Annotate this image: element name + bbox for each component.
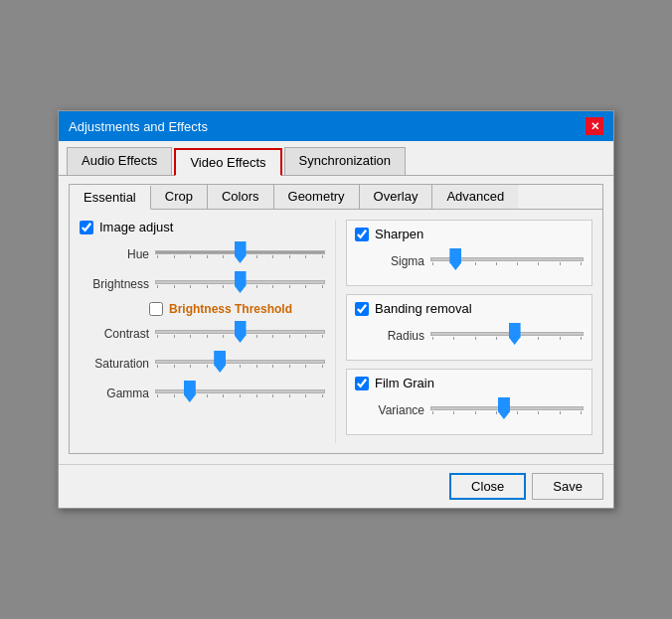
tab-video-effects[interactable]: Video Effects — [174, 148, 281, 176]
tick — [289, 335, 290, 338]
sigma-thumb[interactable] — [449, 248, 461, 270]
variance-track — [430, 406, 584, 410]
subtab-colors[interactable]: Colors — [208, 185, 274, 209]
tick — [305, 394, 306, 397]
tick — [538, 337, 539, 340]
hue-thumb[interactable] — [235, 241, 247, 263]
tick — [453, 337, 454, 340]
variance-thumb[interactable] — [498, 397, 510, 419]
tick — [174, 255, 175, 258]
image-adjust-header: Image adjust — [80, 220, 325, 234]
tick — [190, 335, 191, 338]
brightness-slider-container — [155, 272, 325, 296]
tick — [475, 411, 476, 414]
tick — [272, 394, 273, 397]
tick — [174, 285, 175, 288]
hue-label: Hue — [80, 247, 149, 261]
close-button[interactable]: Close — [449, 473, 526, 500]
tick — [157, 335, 158, 338]
tick — [289, 255, 290, 258]
brightness-slider-track-wrapper — [155, 280, 325, 288]
saturation-slider-track-wrapper — [155, 360, 325, 368]
main-tabs: Audio Effects Video Effects Synchronizat… — [59, 141, 613, 176]
tick — [157, 365, 158, 368]
tick — [223, 255, 224, 258]
tick — [190, 285, 191, 288]
hue-row: Hue — [80, 242, 325, 266]
variance-slider-track-wrapper — [430, 406, 584, 414]
tick — [322, 394, 323, 397]
tick — [289, 394, 290, 397]
banding-checkbox[interactable] — [355, 302, 369, 316]
contrast-thumb[interactable] — [235, 321, 247, 343]
radius-thumb[interactable] — [509, 323, 521, 345]
tick — [207, 255, 208, 258]
hue-track — [155, 250, 325, 254]
tick — [560, 411, 561, 414]
contrast-slider-container — [155, 322, 325, 346]
contrast-track — [155, 330, 325, 334]
tick — [174, 394, 175, 397]
tick — [256, 285, 257, 288]
variance-row: Variance — [355, 398, 584, 422]
tab-content: Image adjust Hue — [69, 209, 603, 454]
saturation-thumb[interactable] — [214, 351, 226, 373]
tick — [207, 365, 208, 368]
tick — [305, 365, 306, 368]
tick — [240, 365, 241, 368]
gamma-thumb[interactable] — [184, 381, 196, 402]
subtab-crop[interactable]: Crop — [151, 185, 208, 209]
variance-slider-container — [430, 398, 584, 422]
sigma-row: Sigma — [355, 249, 584, 273]
saturation-label: Saturation — [80, 357, 149, 371]
banding-section: Banding removal Radius — [346, 294, 592, 361]
content-area: Essential Crop Colors Geometry Overlay A… — [59, 176, 613, 464]
tab-synchronization[interactable]: Synchronization — [284, 147, 407, 175]
filmgrain-checkbox[interactable] — [355, 377, 369, 390]
tab-audio-effects[interactable]: Audio Effects — [67, 147, 172, 175]
tick — [581, 337, 582, 340]
tick — [305, 335, 306, 338]
close-icon[interactable]: ✕ — [586, 117, 603, 135]
tick — [272, 285, 273, 288]
tick — [289, 285, 290, 288]
image-adjust-checkbox[interactable] — [80, 221, 93, 234]
radius-label: Radius — [355, 329, 424, 343]
sigma-label: Sigma — [355, 254, 424, 268]
brightness-track — [155, 280, 325, 284]
sharpen-checkbox[interactable] — [355, 228, 369, 241]
tick — [432, 262, 433, 265]
tick — [475, 337, 476, 340]
tick — [581, 262, 582, 265]
subtab-geometry[interactable]: Geometry — [274, 185, 360, 209]
saturation-row: Saturation — [80, 352, 325, 376]
tick — [496, 411, 497, 414]
filmgrain-section: Film Grain Variance — [346, 369, 592, 435]
radius-slider-container — [430, 324, 584, 348]
radius-row: Radius — [355, 324, 584, 348]
tick — [322, 365, 323, 368]
saturation-slider-container — [155, 352, 325, 376]
gamma-slider-container — [155, 382, 325, 405]
tick — [432, 411, 433, 414]
brightness-thumb[interactable] — [235, 271, 247, 293]
brightness-threshold-row: Brightness Threshold — [149, 302, 325, 316]
tick — [207, 335, 208, 338]
subtab-overlay[interactable]: Overlay — [360, 185, 433, 209]
tick — [560, 337, 561, 340]
brightness-threshold-checkbox[interactable] — [149, 302, 163, 316]
tick — [517, 411, 518, 414]
footer: Close Save — [59, 464, 613, 508]
subtab-advanced[interactable]: Advanced — [432, 185, 518, 209]
hue-slider-track-wrapper — [155, 250, 325, 258]
tick — [581, 411, 582, 414]
hue-slider-container — [155, 242, 325, 266]
save-button[interactable]: Save — [532, 473, 603, 500]
tick — [240, 394, 241, 397]
tick — [256, 255, 257, 258]
adjustments-dialog: Adjustments and Effects ✕ Audio Effects … — [58, 110, 614, 509]
subtab-essential[interactable]: Essential — [70, 186, 151, 210]
tick — [453, 411, 454, 414]
sigma-slider-container — [430, 249, 584, 273]
tick — [223, 285, 224, 288]
